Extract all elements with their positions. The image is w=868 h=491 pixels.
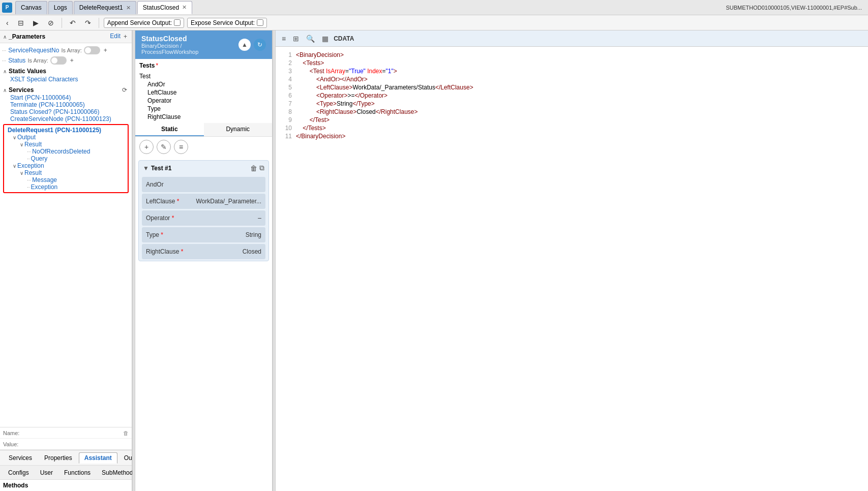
- bottom-tab-properties[interactable]: Properties: [39, 452, 78, 464]
- form-field-andor[interactable]: AndOr: [142, 177, 265, 192]
- bottom-tab-services[interactable]: Services: [3, 452, 38, 464]
- xml-line-2: 2 <Tests>: [280, 59, 864, 67]
- services-refresh-btn[interactable]: ⟳: [121, 86, 129, 94]
- test-collapse-icon: ▼: [143, 165, 149, 172]
- params-title: _Parameters: [9, 33, 45, 40]
- tab-logs[interactable]: Logs: [48, 1, 73, 14]
- test-header-1[interactable]: ▼ Test #1 🗑 ⧉: [139, 161, 268, 175]
- edit-test-btn[interactable]: ✎: [157, 140, 171, 154]
- form-field-leftclause[interactable]: LeftClause * WorkData/_Parameter...: [142, 194, 265, 209]
- xml-grid-btn[interactable]: ▦: [320, 34, 331, 44]
- params-edit-label[interactable]: Edit: [110, 33, 121, 41]
- card-refresh-btn[interactable]: ↻: [254, 39, 266, 51]
- xml-search-btn[interactable]: 🔍: [304, 34, 317, 44]
- nav-right-btn[interactable]: ▶: [30, 17, 42, 28]
- list-test-btn[interactable]: ≡: [174, 140, 188, 154]
- append-output-checkbox[interactable]: [174, 19, 181, 26]
- exception-leaf-link[interactable]: Exception: [31, 183, 58, 191]
- param-status-toggle[interactable]: [50, 56, 67, 65]
- param-servicerequestno-link[interactable]: ServiceRequestNo: [8, 47, 59, 54]
- bottom-tab-configs[interactable]: Configs: [3, 468, 34, 477]
- undo-btn[interactable]: ↶: [67, 17, 79, 28]
- arrow-exception: ∨: [13, 163, 16, 169]
- arrow-result1: ∨: [20, 142, 23, 147]
- result2-link[interactable]: Result: [24, 169, 42, 176]
- param-status-link[interactable]: Status: [8, 57, 25, 64]
- card-up-btn[interactable]: ▲: [238, 39, 251, 51]
- param-status-add[interactable]: +: [69, 56, 75, 65]
- query-link[interactable]: Query: [31, 155, 48, 162]
- test-copy-btn[interactable]: ⧉: [259, 164, 264, 172]
- service-deleterequest-link[interactable]: DeleteRequest1 (PCN-11000125): [8, 127, 101, 134]
- bottom-tab-assistant[interactable]: Assistant: [79, 452, 117, 464]
- xml-content-7: <Type>String</Type>: [296, 100, 375, 107]
- name-value-area: Name: 🗑 Value:: [0, 427, 132, 450]
- params-chevron[interactable]: ∧: [3, 34, 7, 40]
- tab-canvas-label: Canvas: [21, 4, 42, 11]
- redo-btn[interactable]: ↷: [82, 17, 94, 28]
- name-label: Name:: [3, 430, 23, 436]
- xslt-link[interactable]: XSLT Special Characters: [10, 76, 78, 83]
- nav-stop-btn[interactable]: ⊘: [45, 17, 57, 28]
- tree-message: ··· Message: [6, 176, 126, 183]
- type-value: String: [246, 231, 261, 238]
- card-title: StatusClosed: [141, 35, 238, 43]
- param-servicerequestno-add[interactable]: +: [102, 46, 109, 54]
- ln-1: 1: [280, 51, 292, 58]
- sub-tab-dynamic[interactable]: Dynamic: [204, 123, 273, 136]
- noofrecords-link[interactable]: NoOfRecordsDeleted: [32, 148, 90, 155]
- tab-deleterequest[interactable]: DeleteRequest1 ✕: [74, 1, 136, 14]
- form-field-rightclause[interactable]: RightClause * Closed: [142, 244, 265, 259]
- test-delete-btn[interactable]: 🗑: [250, 164, 257, 172]
- card-header-actions: ▲ ↻: [238, 39, 266, 51]
- service-statusclosed-link[interactable]: Status Closed? (PCN-11000066): [10, 108, 99, 115]
- sub-tab-static[interactable]: Static: [135, 123, 204, 136]
- service-terminate-link[interactable]: Terminate (PCN-11000065): [10, 101, 85, 108]
- xml-line-1: 1 <BinaryDecision>: [280, 51, 864, 59]
- operator-label: Operator *: [146, 214, 187, 222]
- tab-deleterequest-close[interactable]: ✕: [126, 5, 131, 11]
- nav-left-btn[interactable]: ‹: [3, 17, 12, 28]
- tree-exception-leaf: ·· Exception: [6, 183, 126, 191]
- xml-collapse-btn[interactable]: ≡: [280, 34, 288, 44]
- middle-panel: StatusClosed BinaryDecision / ProcessFlo…: [135, 30, 273, 491]
- services-toggle[interactable]: ∧ Services: [3, 86, 118, 94]
- services-header: ∧ Services ⟳: [3, 86, 129, 94]
- xml-content-10: </Tests>: [296, 125, 326, 132]
- nav-splitter-btn[interactable]: ⊟: [15, 17, 27, 28]
- params-add-btn[interactable]: +: [122, 33, 129, 41]
- tab-canvas[interactable]: Canvas: [15, 1, 47, 14]
- service-createservicenode-link[interactable]: CreateServiceNode (PCN-11000123): [10, 115, 111, 122]
- message-link[interactable]: Message: [32, 176, 57, 183]
- static-values-header[interactable]: ∧ Static Values: [3, 68, 129, 75]
- param-servicerequestno-meta: Is Array:: [61, 47, 81, 53]
- tab-statusclosed[interactable]: StatusClosed ✕: [137, 1, 192, 14]
- xml-editor[interactable]: 1 <BinaryDecision> 2 <Tests> 3 <Test IsA…: [276, 47, 868, 491]
- service-start-link[interactable]: Start (PCN-11000064): [10, 94, 71, 101]
- bottom-tab-user[interactable]: User: [35, 468, 58, 477]
- exception-link[interactable]: Exception: [17, 162, 44, 169]
- ln-4: 4: [280, 76, 292, 83]
- name-clear-btn[interactable]: 🗑: [123, 430, 129, 436]
- bottom-tab-functions[interactable]: Functions: [59, 468, 96, 477]
- delete-request-highlighted: DeleteRequest1 (PCN-11000125) ∨ Output ∨…: [3, 124, 129, 193]
- static-values-section: ∧ Static Values XSLT Special Characters: [0, 66, 132, 85]
- form-field-operator[interactable]: Operator * –: [142, 210, 265, 226]
- param-servicerequestno-toggle[interactable]: [84, 46, 100, 54]
- xml-nav-btn[interactable]: ⊞: [291, 34, 301, 44]
- tab-statusclosed-close[interactable]: ✕: [182, 4, 187, 11]
- output-link[interactable]: Output: [17, 134, 36, 141]
- params-tree: ··· ServiceRequestNo Is Array: + ··· Sta…: [0, 43, 132, 427]
- ln-3: 3: [280, 68, 292, 75]
- test-section-1: ▼ Test #1 🗑 ⧉ AndOr LeftClause * WorkDat…: [138, 160, 269, 261]
- result1-link[interactable]: Result: [24, 141, 42, 148]
- value-input[interactable]: [23, 441, 129, 447]
- form-field-type[interactable]: Type * String: [142, 227, 265, 242]
- operator-value: –: [258, 214, 261, 222]
- name-input[interactable]: [23, 430, 123, 436]
- ln-6: 6: [280, 92, 292, 99]
- expose-output-checkbox[interactable]: [257, 19, 263, 26]
- add-test-btn[interactable]: +: [139, 140, 154, 154]
- value-row: Value:: [0, 439, 132, 450]
- ln-10: 10: [280, 125, 292, 132]
